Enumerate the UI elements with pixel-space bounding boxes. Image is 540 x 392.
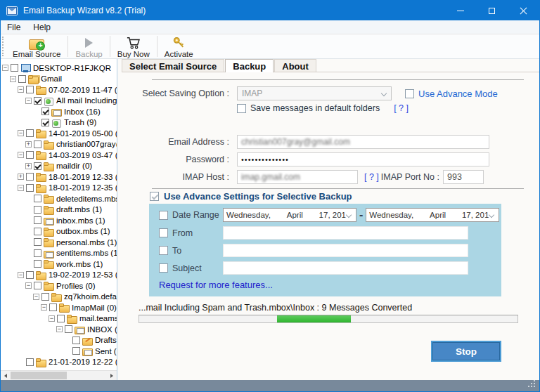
tree-checkbox[interactable] (41, 119, 49, 126)
tree-item[interactable]: +christian007gray@g (1, 139, 117, 150)
collapse-icon[interactable]: − (49, 315, 55, 322)
tree-checkbox[interactable] (34, 195, 41, 202)
tree-item[interactable]: −Trash (9) (1, 117, 117, 129)
imap-host-field[interactable]: imap.gmail.com (237, 170, 358, 184)
tree-item[interactable]: −deleteditems.mbs (1) (1, 193, 117, 204)
collapse-icon[interactable]: − (18, 185, 24, 191)
tab-backup[interactable]: Backup (225, 59, 274, 72)
subject-checkbox[interactable] (159, 263, 168, 273)
help-link[interactable]: [ ? ] (364, 172, 379, 182)
tree-checkbox[interactable] (26, 358, 34, 366)
tab-select-email-source[interactable]: Select Email Source (122, 59, 224, 72)
expand-icon[interactable]: + (18, 174, 24, 180)
tab-about[interactable]: About (274, 59, 316, 72)
to-checkbox[interactable] (159, 246, 168, 255)
maximize-button[interactable] (476, 1, 508, 20)
tree-hscrollbar[interactable] (1, 370, 117, 380)
collapse-icon[interactable]: − (10, 76, 16, 82)
tree-checkbox[interactable] (34, 238, 41, 246)
collapse-icon[interactable]: − (18, 86, 24, 93)
tree-checkbox[interactable] (18, 75, 26, 83)
scroll-left-arrow[interactable] (1, 371, 11, 380)
tree-checkbox[interactable] (34, 260, 41, 268)
tree-checkbox[interactable] (26, 184, 34, 192)
tree-item[interactable]: −19-02-2019 12-53 (0) (1, 270, 117, 281)
tree-item[interactable]: −draft.mbs (1) (1, 204, 117, 216)
tree-item[interactable]: −DESKTOP-R1FJKQR (1, 63, 117, 74)
tree-checkbox[interactable] (49, 303, 57, 311)
collapse-icon[interactable]: − (25, 282, 32, 289)
tree-item[interactable]: −All mail Including Sp (1, 96, 117, 107)
menu-item-file[interactable]: File (1, 21, 27, 34)
tree-item[interactable]: −sentitems.mbs (1) (1, 248, 117, 259)
tree-checkbox[interactable] (26, 129, 34, 137)
tree-item[interactable]: −Drafts (1, 335, 117, 346)
collapse-icon[interactable]: − (18, 272, 24, 278)
collapse-icon[interactable]: − (2, 65, 8, 71)
menu-item-help[interactable]: Help (27, 21, 57, 34)
subject-field[interactable] (223, 261, 468, 275)
to-field[interactable] (223, 244, 468, 257)
password-field[interactable]: •••••••••••••• (237, 152, 489, 166)
collapse-icon[interactable]: − (25, 98, 32, 104)
help-link[interactable]: [ ? ] (394, 103, 409, 113)
tree-item[interactable]: −Profiles (0) (1, 280, 117, 292)
email-source-button[interactable]: Email Source (7, 34, 66, 58)
tree-checkbox[interactable] (65, 325, 72, 333)
tree-checkbox[interactable] (72, 337, 80, 344)
collapse-icon[interactable]: − (41, 304, 47, 311)
tree-item[interactable]: −14-01-2019 05-00 (0) (1, 128, 117, 139)
imap-port-field[interactable]: 993 (443, 170, 484, 184)
tree-checkbox[interactable] (34, 97, 41, 105)
tree-checkbox[interactable] (57, 315, 65, 322)
tree-checkbox[interactable] (26, 86, 34, 93)
date-to-select[interactable]: Wednesday, April 17, 201 (366, 208, 499, 222)
tree-checkbox[interactable] (26, 271, 34, 279)
minimize-button[interactable] (444, 1, 476, 20)
tree-item[interactable]: −INBOX (7 (1, 324, 117, 335)
expand-icon[interactable]: + (25, 163, 32, 169)
tree-item[interactable]: −inbox.mbs (1) (1, 215, 117, 226)
scroll-thumb[interactable] (11, 372, 67, 379)
tree-item[interactable]: −Gmail (1, 74, 117, 85)
tree-checkbox[interactable] (41, 107, 49, 115)
date-range-checkbox[interactable] (159, 211, 168, 220)
advance-settings-checkbox[interactable] (150, 192, 159, 201)
tree-item[interactable]: −personal.mbs (1) (1, 237, 117, 248)
tree-checkbox[interactable] (26, 173, 34, 181)
tree-checkbox[interactable] (34, 282, 41, 289)
tree-checkbox[interactable] (34, 141, 41, 148)
tree-checkbox[interactable] (34, 249, 41, 257)
tree-item[interactable]: −ImapMail (0) (1, 302, 117, 313)
tree-checkbox[interactable] (34, 206, 41, 214)
tree-checkbox[interactable] (34, 228, 41, 235)
from-field[interactable] (223, 226, 468, 240)
collapse-icon[interactable]: − (18, 130, 24, 136)
tree-item[interactable]: −work.mbs (1) (1, 259, 117, 270)
from-checkbox[interactable] (159, 228, 168, 237)
backup-button[interactable]: Backup (70, 34, 108, 58)
tree-item[interactable]: −zq7khoim.default (1, 292, 117, 303)
tree-item[interactable]: −outbox.mbs (1) (1, 226, 117, 237)
tree-item[interactable]: +maildir (0) (1, 161, 117, 172)
tree-checkbox[interactable] (26, 151, 34, 159)
expand-icon[interactable]: + (25, 141, 32, 148)
saving-option-select[interactable]: IMAP (237, 86, 392, 100)
tree-item[interactable]: −18-01-2019 12-35 (0) (1, 183, 117, 194)
scroll-right-arrow[interactable] (107, 371, 117, 380)
tree-item[interactable]: −Inbox (16) (1, 106, 117, 117)
tree-item[interactable]: −mail.teamsy (1, 313, 117, 325)
tree-item[interactable]: −21-01-2019 12-22 (0) (1, 357, 117, 368)
use-advance-mode-checkbox[interactable] (405, 89, 414, 98)
tree-checkbox[interactable] (11, 64, 18, 72)
tree-item[interactable]: −14-03-2019 03-47 (0) (1, 150, 117, 161)
stop-button[interactable]: Stop (432, 342, 500, 360)
collapse-icon[interactable]: − (56, 326, 63, 332)
date-from-select[interactable]: Wednesday, April 17, 201 (223, 208, 356, 222)
tree-checkbox[interactable] (34, 216, 41, 224)
email-field[interactable]: christian007gray@gmail.com (237, 135, 489, 149)
tree-checkbox[interactable] (41, 293, 49, 301)
collapse-icon[interactable]: − (33, 294, 39, 300)
tree-item[interactable]: +18-01-2019 12-33 (0) (1, 171, 117, 183)
collapse-icon[interactable]: − (18, 152, 24, 158)
